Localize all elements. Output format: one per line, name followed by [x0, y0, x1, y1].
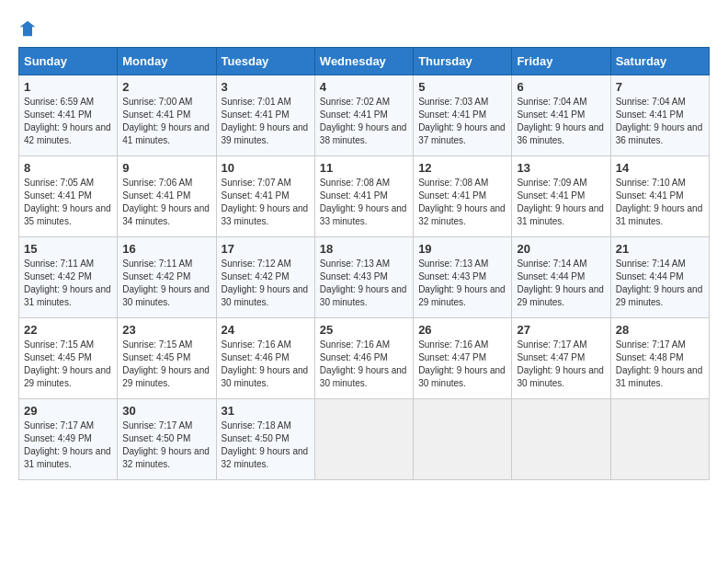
calendar-cell: 26 Sunrise: 7:16 AM Sunset: 4:47 PM Dayl… — [414, 318, 512, 399]
header-day-monday: Monday — [118, 48, 216, 75]
day-number: 8 — [24, 161, 112, 175]
header-day-saturday: Saturday — [610, 48, 709, 75]
day-info: Sunrise: 7:14 AM Sunset: 4:44 PM Dayligh… — [616, 258, 704, 309]
calendar-cell: 11 Sunrise: 7:08 AM Sunset: 4:41 PM Dayl… — [314, 156, 413, 237]
logo-icon — [18, 19, 37, 38]
day-info: Sunrise: 7:02 AM Sunset: 4:41 PM Dayligh… — [320, 96, 408, 147]
header — [18, 18, 710, 38]
day-number: 14 — [616, 161, 704, 175]
day-number: 22 — [24, 323, 112, 337]
day-number: 26 — [418, 323, 506, 337]
calendar-cell: 17 Sunrise: 7:12 AM Sunset: 4:42 PM Dayl… — [216, 237, 314, 318]
calendar-cell: 21 Sunrise: 7:14 AM Sunset: 4:44 PM Dayl… — [610, 237, 709, 318]
day-number: 20 — [517, 242, 605, 256]
day-info: Sunrise: 7:16 AM Sunset: 4:46 PM Dayligh… — [320, 339, 408, 390]
header-day-thursday: Thursday — [414, 48, 512, 75]
calendar-cell: 25 Sunrise: 7:16 AM Sunset: 4:46 PM Dayl… — [314, 318, 413, 399]
calendar-week-row: 22 Sunrise: 7:15 AM Sunset: 4:45 PM Dayl… — [19, 318, 710, 399]
day-info: Sunrise: 7:11 AM Sunset: 4:42 PM Dayligh… — [24, 258, 112, 309]
day-info: Sunrise: 7:04 AM Sunset: 4:41 PM Dayligh… — [517, 96, 605, 147]
day-number: 4 — [320, 80, 408, 94]
calendar-cell: 22 Sunrise: 7:15 AM Sunset: 4:45 PM Dayl… — [19, 318, 118, 399]
calendar-cell: 13 Sunrise: 7:09 AM Sunset: 4:41 PM Dayl… — [512, 156, 610, 237]
day-number: 2 — [122, 80, 210, 94]
day-number: 24 — [222, 323, 310, 337]
calendar-week-row: 15 Sunrise: 7:11 AM Sunset: 4:42 PM Dayl… — [19, 237, 710, 318]
day-number: 6 — [517, 80, 605, 94]
header-day-tuesday: Tuesday — [216, 48, 314, 75]
day-number: 31 — [222, 404, 310, 418]
day-info: Sunrise: 7:04 AM Sunset: 4:41 PM Dayligh… — [616, 96, 704, 147]
calendar-week-row: 1 Sunrise: 6:59 AM Sunset: 4:41 PM Dayli… — [19, 75, 710, 156]
calendar-cell — [610, 399, 709, 480]
day-info: Sunrise: 7:15 AM Sunset: 4:45 PM Dayligh… — [122, 339, 210, 390]
calendar-cell — [314, 399, 413, 480]
calendar-cell: 18 Sunrise: 7:13 AM Sunset: 4:43 PM Dayl… — [314, 237, 413, 318]
day-number: 29 — [24, 404, 112, 418]
calendar-week-row: 8 Sunrise: 7:05 AM Sunset: 4:41 PM Dayli… — [19, 156, 710, 237]
day-info: Sunrise: 7:08 AM Sunset: 4:41 PM Dayligh… — [320, 177, 408, 228]
day-number: 19 — [418, 242, 506, 256]
day-info: Sunrise: 7:16 AM Sunset: 4:46 PM Dayligh… — [222, 339, 310, 390]
day-info: Sunrise: 7:17 AM Sunset: 4:48 PM Dayligh… — [616, 339, 704, 390]
calendar-cell: 12 Sunrise: 7:08 AM Sunset: 4:41 PM Dayl… — [414, 156, 512, 237]
day-info: Sunrise: 7:05 AM Sunset: 4:41 PM Dayligh… — [24, 177, 112, 228]
day-number: 3 — [222, 80, 310, 94]
calendar-cell: 1 Sunrise: 6:59 AM Sunset: 4:41 PM Dayli… — [19, 75, 118, 156]
day-number: 25 — [320, 323, 408, 337]
calendar-table: SundayMondayTuesdayWednesdayThursdayFrid… — [18, 47, 710, 480]
day-number: 5 — [418, 80, 506, 94]
calendar-cell: 30 Sunrise: 7:17 AM Sunset: 4:50 PM Dayl… — [118, 399, 216, 480]
calendar-cell: 19 Sunrise: 7:13 AM Sunset: 4:43 PM Dayl… — [414, 237, 512, 318]
calendar-cell: 5 Sunrise: 7:03 AM Sunset: 4:41 PM Dayli… — [414, 75, 512, 156]
header-day-friday: Friday — [512, 48, 610, 75]
calendar-cell: 31 Sunrise: 7:18 AM Sunset: 4:50 PM Dayl… — [216, 399, 314, 480]
calendar-cell — [512, 399, 610, 480]
calendar-cell — [414, 399, 512, 480]
day-info: Sunrise: 7:13 AM Sunset: 4:43 PM Dayligh… — [320, 258, 408, 309]
day-info: Sunrise: 7:03 AM Sunset: 4:41 PM Dayligh… — [418, 96, 506, 147]
day-number: 9 — [122, 161, 210, 175]
calendar-cell: 8 Sunrise: 7:05 AM Sunset: 4:41 PM Dayli… — [19, 156, 118, 237]
day-info: Sunrise: 7:10 AM Sunset: 4:41 PM Dayligh… — [616, 177, 704, 228]
calendar-cell: 6 Sunrise: 7:04 AM Sunset: 4:41 PM Dayli… — [512, 75, 610, 156]
day-info: Sunrise: 7:09 AM Sunset: 4:41 PM Dayligh… — [517, 177, 605, 228]
day-number: 10 — [222, 161, 310, 175]
day-info: Sunrise: 7:06 AM Sunset: 4:41 PM Dayligh… — [122, 177, 210, 228]
day-number: 1 — [24, 80, 112, 94]
day-info: Sunrise: 7:00 AM Sunset: 4:41 PM Dayligh… — [122, 96, 210, 147]
calendar-cell: 24 Sunrise: 7:16 AM Sunset: 4:46 PM Dayl… — [216, 318, 314, 399]
day-info: Sunrise: 7:13 AM Sunset: 4:43 PM Dayligh… — [418, 258, 506, 309]
calendar-cell: 7 Sunrise: 7:04 AM Sunset: 4:41 PM Dayli… — [610, 75, 709, 156]
calendar-cell: 10 Sunrise: 7:07 AM Sunset: 4:41 PM Dayl… — [216, 156, 314, 237]
calendar-cell: 3 Sunrise: 7:01 AM Sunset: 4:41 PM Dayli… — [216, 75, 314, 156]
day-info: Sunrise: 7:17 AM Sunset: 4:49 PM Dayligh… — [24, 419, 112, 471]
day-number: 12 — [418, 161, 506, 175]
day-info: Sunrise: 7:18 AM Sunset: 4:50 PM Dayligh… — [222, 419, 310, 471]
day-number: 11 — [320, 161, 408, 175]
day-number: 18 — [320, 242, 408, 256]
calendar-cell: 16 Sunrise: 7:11 AM Sunset: 4:42 PM Dayl… — [118, 237, 216, 318]
day-number: 30 — [122, 404, 210, 418]
day-info: Sunrise: 7:16 AM Sunset: 4:47 PM Dayligh… — [418, 339, 506, 390]
calendar-cell: 23 Sunrise: 7:15 AM Sunset: 4:45 PM Dayl… — [118, 318, 216, 399]
header-day-wednesday: Wednesday — [314, 48, 413, 75]
calendar-header-row: SundayMondayTuesdayWednesdayThursdayFrid… — [19, 48, 710, 75]
day-number: 21 — [616, 242, 704, 256]
calendar-cell: 15 Sunrise: 7:11 AM Sunset: 4:42 PM Dayl… — [19, 237, 118, 318]
day-number: 23 — [122, 323, 210, 337]
day-number: 28 — [616, 323, 704, 337]
day-number: 7 — [616, 80, 704, 94]
calendar-cell: 20 Sunrise: 7:14 AM Sunset: 4:44 PM Dayl… — [512, 237, 610, 318]
day-number: 16 — [122, 242, 210, 256]
calendar-cell: 27 Sunrise: 7:17 AM Sunset: 4:47 PM Dayl… — [512, 318, 610, 399]
day-number: 13 — [517, 161, 605, 175]
calendar-cell: 4 Sunrise: 7:02 AM Sunset: 4:41 PM Dayli… — [314, 75, 413, 156]
day-info: Sunrise: 7:14 AM Sunset: 4:44 PM Dayligh… — [517, 258, 605, 309]
header-day-sunday: Sunday — [19, 48, 118, 75]
day-number: 17 — [222, 242, 310, 256]
day-info: Sunrise: 7:07 AM Sunset: 4:41 PM Dayligh… — [222, 177, 310, 228]
day-number: 15 — [24, 242, 112, 256]
day-info: Sunrise: 7:12 AM Sunset: 4:42 PM Dayligh… — [222, 258, 310, 309]
day-number: 27 — [517, 323, 605, 337]
